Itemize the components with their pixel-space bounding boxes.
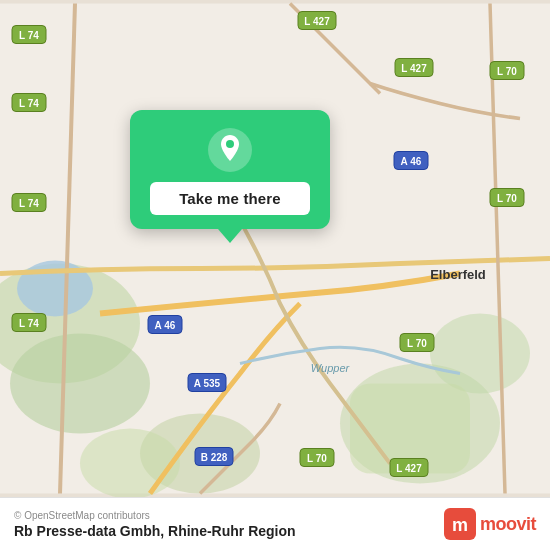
road-label-l427-3: L 427	[396, 463, 422, 474]
map-container: L 74 L 74 L 74 L 74 L 427 L 427 L 427 L …	[0, 0, 550, 497]
city-label-elberfeld: Elberfeld	[430, 267, 486, 282]
road-label-l74-2: L 74	[19, 98, 39, 109]
road-label-l74-3: L 74	[19, 198, 39, 209]
location-icon-circle	[208, 128, 252, 172]
map-svg: L 74 L 74 L 74 L 74 L 427 L 427 L 427 L …	[0, 0, 550, 497]
popup-card: Take me there	[130, 110, 330, 229]
road-label-l74-4: L 74	[19, 318, 39, 329]
road-label-l70-2: L 70	[497, 193, 517, 204]
svg-point-7	[80, 429, 180, 498]
road-label-a46-1: A 46	[401, 156, 422, 167]
road-label-l70-1: L 70	[497, 66, 517, 77]
app: L 74 L 74 L 74 L 74 L 427 L 427 L 427 L …	[0, 0, 550, 550]
svg-text:m: m	[452, 515, 468, 535]
road-label-l427-2: L 427	[401, 63, 427, 74]
road-label-l70-4: L 70	[307, 453, 327, 464]
svg-point-4	[430, 314, 530, 394]
road-label-l427-1: L 427	[304, 16, 330, 27]
road-label-b228: B 228	[201, 452, 228, 463]
road-label-l70-3: L 70	[407, 338, 427, 349]
place-name: Rb Presse-data Gmbh, Rhine-Ruhr Region	[14, 523, 296, 539]
bottom-bar: © OpenStreetMap contributors Rb Presse-d…	[0, 497, 550, 550]
svg-point-26	[226, 140, 234, 148]
road-label-a535: A 535	[194, 378, 221, 389]
take-me-there-button[interactable]: Take me there	[150, 182, 310, 215]
location-pin-icon	[217, 135, 243, 165]
road-label-l74-1: L 74	[19, 30, 39, 41]
road-label-a46-2: A 46	[155, 320, 176, 331]
moovit-m-icon: m	[444, 508, 476, 540]
moovit-logo: m moovit	[444, 508, 536, 540]
moovit-wordmark: moovit	[480, 514, 536, 535]
river-label-wupper: Wupper	[311, 362, 351, 374]
copyright-text: © OpenStreetMap contributors	[14, 510, 296, 521]
bottom-left: © OpenStreetMap contributors Rb Presse-d…	[14, 510, 296, 539]
svg-point-2	[10, 334, 150, 434]
